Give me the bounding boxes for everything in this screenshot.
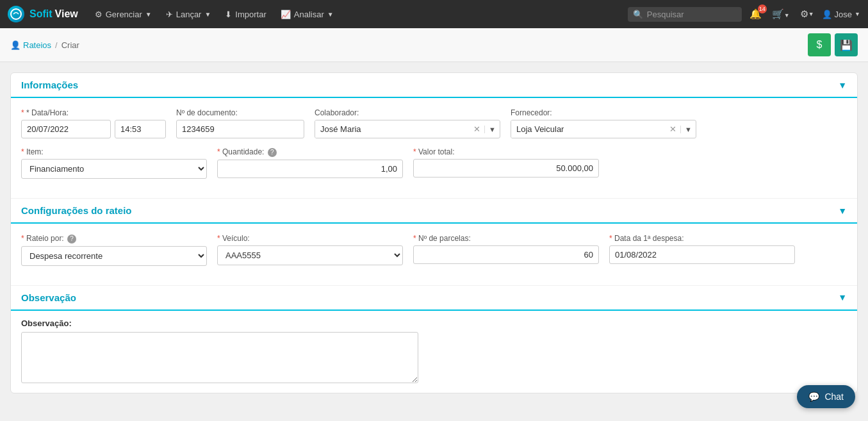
save-button[interactable]: 💾 <box>835 33 858 56</box>
field-nro-documento: Nº de documento: <box>176 108 304 138</box>
user-menu[interactable]: 👤 Jose ▼ <box>822 10 860 19</box>
breadcrumb-parent-label: Rateios <box>23 40 51 50</box>
observacao-title: Observação <box>21 292 76 303</box>
dollar-icon: $ <box>817 39 823 51</box>
navbar: Sofit View ⚙ Gerenciar ▼ ✈ Lançar ▼ ⬇ Im… <box>0 0 868 28</box>
person-icon: 👤 <box>10 40 20 50</box>
breadcrumb-bar: 👤 Rateios / Criar $ 💾 <box>0 28 868 62</box>
configuracoes-chevron: ▼ <box>838 206 847 216</box>
configuracoes-title: Configurações do rateio <box>21 205 132 216</box>
colaborador-clear-icon[interactable]: ✕ <box>470 124 484 134</box>
data-input[interactable] <box>21 120 111 138</box>
data-hora-label: * * Data/Hora: <box>21 108 166 117</box>
search-input[interactable] <box>647 10 737 19</box>
item-label: * Item: <box>21 147 207 156</box>
configuracoes-form: * Rateio por: ? Despesa recorrente * Veí… <box>11 224 857 285</box>
rateio-help-icon[interactable]: ? <box>67 235 76 244</box>
fornecedor-label: Fornecedor: <box>511 108 696 117</box>
valor-total-label: * Valor total: <box>413 147 599 156</box>
nav-lancar-label: Lançar <box>176 10 202 19</box>
nav-importar-label: Importar <box>235 10 266 19</box>
field-colaborador: Colaborador: ✕ ▼ <box>315 108 500 138</box>
form-row-1: * * Data/Hora: Nº de documento: Colabora… <box>21 108 847 138</box>
nav-lancar[interactable]: ✈ Lançar ▼ <box>160 6 218 23</box>
nav-importar[interactable]: ⬇ Importar <box>218 6 272 23</box>
informacoes-section-header[interactable]: Informações ▼ <box>11 73 857 98</box>
colaborador-label: Colaborador: <box>315 108 500 117</box>
field-fornecedor: Fornecedor: ✕ ▼ <box>511 108 696 138</box>
notification-badge: 14 <box>758 4 767 13</box>
form-card: Informações ▼ * * Data/Hora: Nº de d <box>10 72 858 393</box>
quantidade-input[interactable] <box>217 160 403 178</box>
nro-documento-input[interactable] <box>176 120 304 138</box>
colaborador-arrow-icon[interactable]: ▼ <box>484 126 500 133</box>
breadcrumb-parent[interactable]: 👤 Rateios <box>10 40 51 50</box>
observacao-section-header[interactable]: Observação ▼ <box>11 286 857 311</box>
cart-btn[interactable]: 🛒 ▼ <box>769 6 792 22</box>
data-primeira-input[interactable] <box>609 245 795 264</box>
veiculo-label: * Veículo: <box>217 234 403 243</box>
save-icon: 💾 <box>840 39 853 51</box>
form-row-2: * Item: Financiamento * Quantidade: ? <box>21 147 847 179</box>
nav-gerenciar[interactable]: ⚙ Gerenciar ▼ <box>88 6 158 23</box>
rateio-por-label: * Rateio por: ? <box>21 234 207 244</box>
chevron-down-icon: ▼ <box>327 11 334 18</box>
colaborador-input[interactable] <box>315 120 470 138</box>
import-icon: ⬇ <box>225 10 232 19</box>
gear-icon: ⚙ <box>95 10 102 19</box>
field-nro-parcelas: * Nº de parcelas: <box>413 234 599 266</box>
breadcrumb: 👤 Rateios / Criar <box>10 40 79 50</box>
brand-view: View <box>55 8 78 20</box>
quantidade-help-icon[interactable]: ? <box>268 148 277 157</box>
chevron-down-icon: ▼ <box>145 11 152 18</box>
informacoes-title: Informações <box>21 79 78 90</box>
fornecedor-select[interactable]: ✕ ▼ <box>511 120 696 138</box>
search-box[interactable]: 🔍 <box>628 7 742 22</box>
hora-input[interactable] <box>115 120 166 138</box>
brand-sofit: Sofit <box>29 8 53 20</box>
item-select[interactable]: Financiamento <box>21 159 207 179</box>
rateio-por-select[interactable]: Despesa recorrente <box>21 246 207 266</box>
user-icon: 👤 <box>822 10 832 19</box>
field-veiculo: * Veículo: AAA5555 <box>217 234 403 266</box>
nro-parcelas-label: * Nº de parcelas: <box>413 234 599 243</box>
obs-textarea[interactable] <box>21 332 418 383</box>
svg-point-0 <box>11 9 21 19</box>
obs-label: Observação: <box>21 318 847 328</box>
chat-button[interactable]: 💬 Chat <box>797 385 855 404</box>
field-item: * Item: Financiamento <box>21 147 207 179</box>
settings-btn[interactable]: ⚙ ▼ <box>798 6 817 22</box>
configuracoes-section-header[interactable]: Configurações do rateio ▼ <box>11 199 857 224</box>
observacao-chevron: ▼ <box>838 292 847 302</box>
field-rateio-por: * Rateio por: ? Despesa recorrente <box>21 234 207 266</box>
breadcrumb-actions: $ 💾 <box>808 33 858 56</box>
observacao-form: Observação: <box>11 311 857 393</box>
dollar-button[interactable]: $ <box>808 33 831 56</box>
fornecedor-input[interactable] <box>511 120 666 138</box>
veiculo-select[interactable]: AAA5555 <box>217 245 403 265</box>
nav-gerenciar-label: Gerenciar <box>106 10 142 19</box>
search-icon: 🔍 <box>633 10 643 19</box>
nro-parcelas-input[interactable] <box>413 245 599 264</box>
notification-btn[interactable]: 🔔 14 <box>747 6 764 22</box>
field-data-primeira: * Data da 1ª despesa: <box>609 234 795 266</box>
fornecedor-arrow-icon[interactable]: ▼ <box>680 126 696 133</box>
brand-logo <box>8 6 24 22</box>
field-data-hora: * * Data/Hora: <box>21 108 166 138</box>
main-content: Informações ▼ * * Data/Hora: Nº de d <box>0 62 868 404</box>
valor-total-input[interactable] <box>413 159 599 177</box>
data-hora-group <box>21 120 166 138</box>
chat-icon: 💬 <box>808 392 819 402</box>
chevron-down-icon: ▼ <box>855 11 860 17</box>
data-primeira-label: * Data da 1ª despesa: <box>609 234 795 243</box>
brand: Sofit View <box>8 6 78 22</box>
informacoes-chevron: ▼ <box>838 80 847 90</box>
nav-right: 🔍 🔔 14 🛒 ▼ ⚙ ▼ 👤 Jose ▼ <box>628 6 860 22</box>
colaborador-select[interactable]: ✕ ▼ <box>315 120 500 138</box>
launch-icon: ✈ <box>166 10 173 19</box>
breadcrumb-separator: / <box>55 40 58 50</box>
nav-analisar[interactable]: 📈 Analisar ▼ <box>274 6 340 23</box>
fornecedor-clear-icon[interactable]: ✕ <box>666 124 680 134</box>
field-quantidade: * Quantidade: ? <box>217 147 403 179</box>
nav-menu: ⚙ Gerenciar ▼ ✈ Lançar ▼ ⬇ Importar 📈 An… <box>88 6 625 23</box>
